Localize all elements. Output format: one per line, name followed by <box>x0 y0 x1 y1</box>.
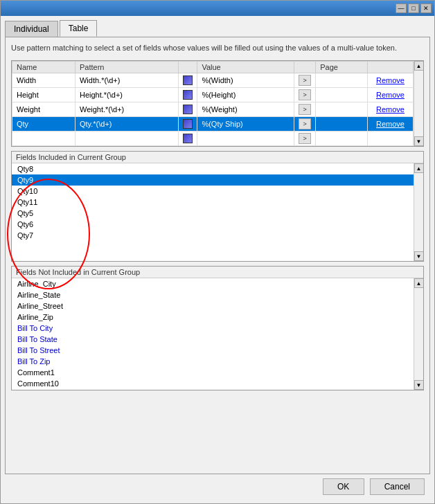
cell-icon[interactable] <box>179 117 197 132</box>
remove-button[interactable]: Remove <box>372 105 409 114</box>
cell-page-empty <box>316 132 368 146</box>
cell-icon-empty[interactable] <box>179 132 197 146</box>
cell-value-empty <box>197 132 294 146</box>
field-item-qty6[interactable]: Qty6 <box>12 219 414 230</box>
cell-page <box>316 73 368 88</box>
field-item-bill-street[interactable]: Bill To Street <box>12 345 414 356</box>
cell-arrow[interactable]: > <box>294 88 316 102</box>
cell-icon[interactable] <box>179 102 197 117</box>
scroll-down-button[interactable]: ▼ <box>414 136 424 146</box>
fields-included-header: Fields Included in Current Group <box>12 152 423 163</box>
ok-button[interactable]: OK <box>323 478 364 495</box>
field-item-comment1[interactable]: Comment1 <box>12 367 414 378</box>
table-row[interactable]: Weight Weight.*(\d+) %(Weight) > Remove <box>12 102 414 117</box>
scroll-down-included[interactable]: ▼ <box>414 251 424 261</box>
table-row[interactable]: Width Width.*(\d+) %(Width) > Remove <box>12 73 414 88</box>
cell-arrow[interactable]: > <box>294 73 316 88</box>
pattern-table: Name Pattern Value Page Width <box>12 61 414 146</box>
tab-bar: Individual Table <box>5 20 430 37</box>
cell-name: Weight <box>12 102 76 117</box>
cell-page <box>316 117 368 132</box>
cell-value: %(Height) <box>197 88 294 102</box>
field-item-bill-zip[interactable]: Bill To Zip <box>12 356 414 367</box>
tab-individual[interactable]: Individual <box>5 21 58 37</box>
cell-arrow[interactable]: > <box>294 102 316 117</box>
cell-pattern: Weight.*(\d+) <box>75 102 178 117</box>
cell-remove[interactable]: Remove <box>368 117 414 132</box>
cell-pattern: Qty.*(\d+) <box>75 117 178 132</box>
table-scrollbar[interactable]: ▲ ▼ <box>414 61 423 146</box>
title-bar-buttons: — □ ✕ <box>396 3 432 13</box>
minimize-button[interactable]: — <box>396 3 407 13</box>
remove-button[interactable]: Remove <box>372 75 409 85</box>
cell-name: Height <box>12 88 76 102</box>
cancel-button[interactable]: Cancel <box>370 478 425 495</box>
cell-arrow-empty[interactable]: > <box>294 132 316 146</box>
scroll-up-button[interactable]: ▲ <box>414 61 424 71</box>
cell-page <box>316 88 368 102</box>
scroll-up-included[interactable]: ▲ <box>414 163 424 173</box>
scroll-up-not-included[interactable]: ▲ <box>414 278 424 288</box>
cell-pattern: Height.*(\d+) <box>75 88 178 102</box>
field-item-qty8[interactable]: Qty8 <box>12 163 414 174</box>
field-item-bill-city[interactable]: Bill To City <box>12 323 414 334</box>
not-included-scrollbar[interactable]: ▲ ▼ <box>414 278 423 390</box>
col-name: Name <box>12 62 76 73</box>
included-scrollbar[interactable]: ▲ ▼ <box>414 163 423 261</box>
cell-name: Qty <box>12 117 76 132</box>
cell-value: %(Qty Ship) <box>197 117 294 132</box>
arrow-button[interactable]: > <box>299 75 311 86</box>
scroll-down-not-included[interactable]: ▼ <box>414 380 424 390</box>
cell-icon[interactable] <box>179 88 197 102</box>
cell-page <box>316 102 368 117</box>
col-remove <box>368 62 414 73</box>
col-pattern: Pattern <box>75 62 178 73</box>
maximize-button[interactable]: □ <box>408 3 419 13</box>
arrow-button[interactable]: > <box>299 89 311 100</box>
cell-arrow[interactable]: > <box>294 117 316 132</box>
field-icon <box>183 134 193 143</box>
remove-button[interactable]: Remove <box>372 119 409 129</box>
field-item-airline-street[interactable]: Airline_Street <box>12 300 414 312</box>
col-icon1 <box>179 62 197 73</box>
arrow-button[interactable]: > <box>299 133 311 144</box>
pattern-table-container: Name Pattern Value Page Width <box>11 60 424 147</box>
col-arrow <box>294 62 316 73</box>
cell-remove[interactable]: Remove <box>368 73 414 88</box>
table-row-selected[interactable]: Qty Qty.*(\d+) %(Qty Ship) > Remove <box>12 117 414 132</box>
table-row[interactable]: Height Height.*(\d+) %(Height) > Remove <box>12 88 414 102</box>
fields-included-container: Fields Included in Current Group Qty8 Qt… <box>11 151 424 262</box>
field-item-comment10[interactable]: Comment10 <box>12 378 414 389</box>
tab-content: Use pattern matching to select a set of … <box>5 37 430 474</box>
field-item-airline-zip[interactable]: Airline_Zip <box>12 312 414 323</box>
close-button[interactable]: ✕ <box>420 3 432 13</box>
cell-remove-empty <box>368 132 414 146</box>
fields-not-included-list: Airline_City Airline_State Airline_Stree… <box>12 278 414 390</box>
field-item-qty9-selected[interactable]: Qty9 <box>12 174 414 186</box>
col-page: Page <box>316 62 368 73</box>
bottom-bar: OK Cancel <box>5 474 430 499</box>
remove-button[interactable]: Remove <box>372 90 409 100</box>
field-icon <box>183 119 193 129</box>
cell-icon[interactable] <box>179 73 197 88</box>
field-item-airline-state[interactable]: Airline_State <box>12 289 414 300</box>
field-item-bill-state[interactable]: Bill To State <box>12 334 414 345</box>
field-item-airline-city[interactable]: Airline_City <box>12 278 414 289</box>
field-item-qty7[interactable]: Qty7 <box>12 230 414 241</box>
cell-value: %(Weight) <box>197 102 294 117</box>
arrow-button[interactable]: > <box>299 118 311 129</box>
table-row-empty[interactable]: > <box>12 132 414 146</box>
table-wrapper: Name Pattern Value Page Width <box>12 61 414 146</box>
cell-remove[interactable]: Remove <box>368 102 414 117</box>
field-item-qty11[interactable]: Qty11 <box>12 197 414 208</box>
cell-value: %(Width) <box>197 73 294 88</box>
content-area: Individual Table Use pattern matching to… <box>1 16 434 503</box>
fields-included-list: Qty8 Qty9 Qty10 Qty11 Qty5 Qty6 Qty7 <box>12 163 414 261</box>
tab-table[interactable]: Table <box>60 20 98 37</box>
arrow-button[interactable]: > <box>299 104 311 115</box>
fields-not-included-container: Fields Not Included in Current Group Air… <box>11 266 424 390</box>
description-text: Use pattern matching to select a set of … <box>11 43 424 53</box>
field-item-qty5[interactable]: Qty5 <box>12 208 414 219</box>
field-item-qty10[interactable]: Qty10 <box>12 186 414 197</box>
cell-remove[interactable]: Remove <box>368 88 414 102</box>
